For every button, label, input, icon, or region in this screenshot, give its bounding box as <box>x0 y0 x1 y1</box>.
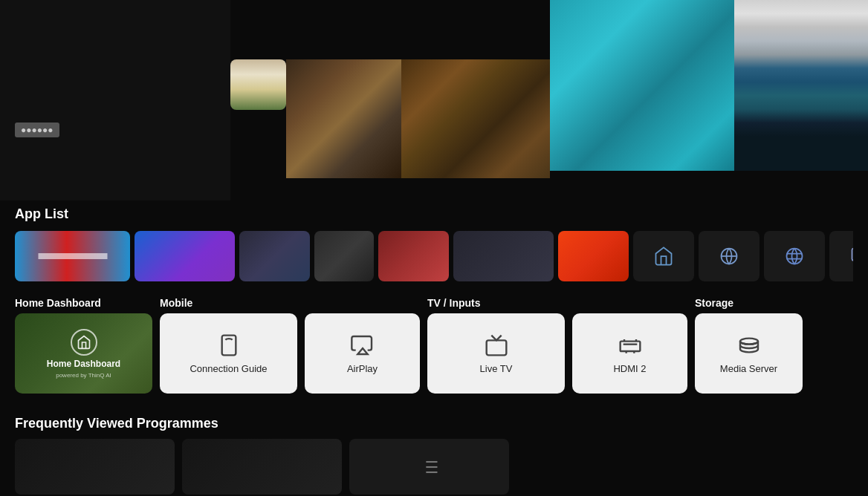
top-thumb-1 <box>230 59 286 110</box>
live-tv-tile[interactable]: Live TV <box>427 313 565 394</box>
app-tile-5[interactable] <box>378 231 449 281</box>
mobile-label: Mobile <box>160 297 297 309</box>
app-home-icon[interactable] <box>633 231 694 281</box>
top-label: ●●●●●● <box>15 123 59 137</box>
app-tile-7[interactable] <box>558 231 629 281</box>
app-tile-4[interactable] <box>314 231 374 281</box>
storage-label: Storage <box>695 297 853 309</box>
home-dashboard-home-icon <box>71 329 97 356</box>
top-thumb-3 <box>401 59 550 178</box>
freq-tile-3[interactable] <box>349 439 509 495</box>
freq-tile-2[interactable] <box>182 439 342 495</box>
airplay-label: AirPlay <box>347 363 378 374</box>
home-dashboard-tile[interactable]: Home Dashboard powered by ThinQ AI <box>15 313 152 394</box>
app-tile-3[interactable] <box>239 231 310 281</box>
freq-viewed-title: Frequently Viewed Programmes <box>15 416 853 431</box>
svg-marker-9 <box>357 348 367 354</box>
app-tile-2[interactable] <box>135 231 235 281</box>
top-banner-area: ●●●●●● <box>0 0 868 200</box>
top-left-panel: ●●●●●● <box>0 0 230 200</box>
live-tv-label: Live TV <box>480 363 513 374</box>
app-tile-1[interactable] <box>15 231 130 281</box>
app-globe-icon[interactable] <box>764 231 825 281</box>
connection-guide-label: Connection Guide <box>190 363 267 374</box>
freq-viewed-section: Frequently Viewed Programmes <box>0 416 868 495</box>
app-tile-6[interactable] <box>453 231 554 281</box>
hdmi2-label: HDMI 2 <box>613 363 646 374</box>
home-dashboard-label: Home Dashboard <box>15 297 152 309</box>
media-server-tile[interactable]: Media Server <box>695 313 803 394</box>
freq-tiles-row <box>15 439 853 495</box>
home-tiles-row: Home Dashboard powered by ThinQ AI Conne… <box>15 313 853 394</box>
svg-rect-2 <box>852 249 854 261</box>
powered-by-label: powered by ThinQ AI <box>56 372 111 379</box>
media-server-label: Media Server <box>720 363 777 374</box>
hdmi2-tile[interactable]: HDMI 2 <box>572 313 687 394</box>
svg-rect-10 <box>486 340 506 355</box>
svg-point-1 <box>787 249 803 264</box>
app-list-row: Settings <box>15 229 853 283</box>
top-thumb-4-overlay <box>734 0 868 171</box>
tv-inputs-label: TV / Inputs <box>427 297 565 309</box>
app-list-title: App List <box>15 206 853 222</box>
app-photo-icon[interactable] <box>829 231 853 281</box>
top-thumb-4 <box>550 0 868 171</box>
svg-rect-11 <box>620 341 640 350</box>
airplay-tile[interactable]: AirPlay <box>305 313 420 394</box>
home-section: Home Dashboard Mobile TV / Inputs Storag… <box>0 297 868 394</box>
app-list-section: App List <box>0 206 868 283</box>
connection-guide-tile[interactable]: Connection Guide <box>160 313 297 394</box>
home-dashboard-tile-label: Home Dashboard <box>47 359 120 369</box>
top-thumb-2 <box>286 59 401 178</box>
freq-tile-1[interactable] <box>15 439 175 495</box>
app-sports-icon[interactable] <box>699 231 760 281</box>
